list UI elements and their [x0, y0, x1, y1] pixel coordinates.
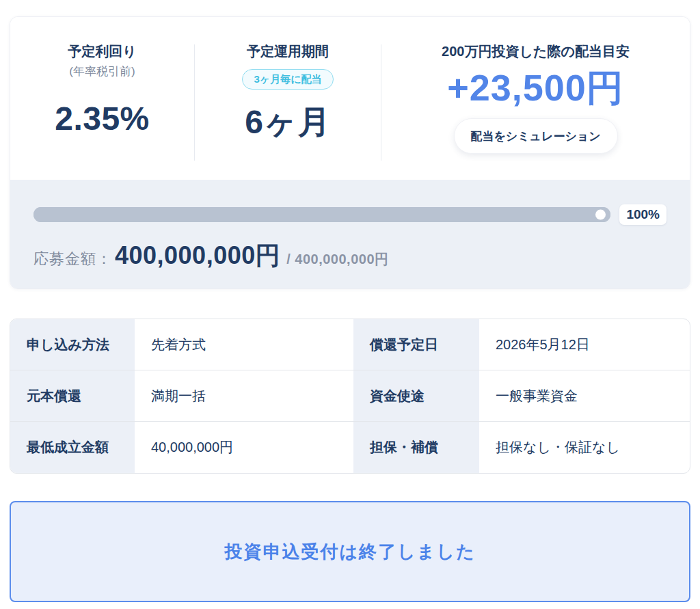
simulate-dividend-button[interactable]: 配当をシミュレーション	[454, 118, 618, 154]
row-header: 申し込み方法	[10, 319, 135, 370]
yield-value: 2.35%	[55, 103, 150, 135]
yield-sublabel: (年率税引前)	[69, 63, 135, 81]
row-header: 担保・補償	[353, 422, 479, 473]
term-label: 予定運用期間	[247, 42, 329, 61]
table-row: 最低成立金額 40,000,000円 担保・補償 担保なし・保証なし	[10, 422, 690, 473]
offer-details-table: 申し込み方法 先着方式 償還予定日 2026年5月12日 元本償還 満期一括 資…	[10, 319, 690, 474]
application-closed-notice: 投資申込受付は終了しました	[10, 501, 690, 602]
amount-label: 応募金額：	[33, 249, 112, 269]
stats-row: 予定利回り (年率税引前) 2.35% 予定運用期間 3ヶ月毎に配当 6ヶ月 2…	[10, 17, 690, 180]
table-row: 元本償還 満期一括 資金使途 一般事業資金	[10, 370, 690, 422]
payout-label: 200万円投資した際の配当目安	[442, 42, 630, 61]
progress-bar-track	[33, 207, 610, 222]
row-value: 担保なし・保証なし	[479, 422, 690, 473]
row-value: 先着方式	[135, 319, 353, 370]
stat-operation-term: 予定運用期間 3ヶ月毎に配当 6ヶ月	[195, 17, 381, 180]
payout-value: +23,500円	[447, 69, 624, 106]
investment-offer-page: 予定利回り (年率税引前) 2.35% 予定運用期間 3ヶ月毎に配当 6ヶ月 2…	[0, 0, 700, 609]
stat-dividend-estimate: 200万円投資した際の配当目安 +23,500円 配当をシミュレーション	[381, 17, 690, 180]
dividend-frequency-badge: 3ヶ月毎に配当	[242, 69, 333, 90]
row-value: 40,000,000円	[135, 422, 353, 473]
progress-knob	[595, 210, 606, 220]
offer-summary-card: 予定利回り (年率税引前) 2.35% 予定運用期間 3ヶ月毎に配当 6ヶ月 2…	[10, 16, 690, 289]
row-value: 満期一括	[135, 370, 353, 421]
progress-percent-badge: 100%	[619, 204, 667, 225]
row-value: 2026年5月12日	[479, 319, 690, 370]
yield-label: 予定利回り	[68, 42, 136, 61]
application-amount-row: 応募金額： 400,000,000円 / 400,000,000円	[33, 239, 667, 273]
progress-row: 100%	[33, 204, 667, 225]
table-row: 申し込み方法 先着方式 償還予定日 2026年5月12日	[10, 319, 690, 370]
row-header: 資金使途	[353, 370, 479, 421]
term-value: 6ヶ月	[245, 106, 330, 139]
progress-bar-fill	[33, 207, 610, 222]
stat-expected-yield: 予定利回り (年率税引前) 2.35%	[10, 17, 194, 180]
amount-current: 400,000,000円	[115, 239, 280, 273]
row-header: 元本償還	[10, 370, 135, 421]
row-header: 最低成立金額	[10, 422, 135, 473]
row-header: 償還予定日	[353, 319, 479, 370]
application-progress-section: 100% 応募金額： 400,000,000円 / 400,000,000円	[10, 180, 690, 288]
row-value: 一般事業資金	[479, 370, 690, 421]
amount-total: / 400,000,000円	[286, 250, 388, 269]
